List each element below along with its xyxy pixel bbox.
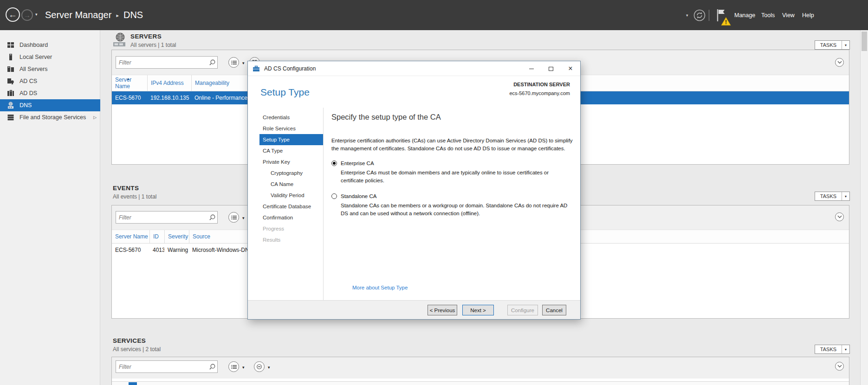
wizard-step-certificate-database[interactable]: Certificate Database <box>259 201 323 212</box>
breadcrumb-root[interactable]: Server Manager <box>45 10 111 20</box>
wizard-step-role-services[interactable]: Role Services <box>259 123 323 134</box>
chevron-down-icon <box>837 215 842 218</box>
menu-tools[interactable]: Tools <box>761 0 775 30</box>
events-filter-input[interactable] <box>116 214 207 221</box>
services-collapse-button[interactable] <box>835 362 844 371</box>
event-severity-cell: Warning <box>164 247 189 253</box>
standalone-ca-radio[interactable] <box>331 193 337 199</box>
nav-history-caret[interactable]: ▾ <box>35 12 38 17</box>
search-icon[interactable] <box>207 59 217 66</box>
criteria-caret-icon[interactable]: ▾ <box>242 216 245 220</box>
maximize-button[interactable] <box>541 61 561 76</box>
notifications-caret[interactable]: ▾ <box>686 0 688 30</box>
events-col-server-name[interactable]: Server Name <box>112 230 149 243</box>
maximize-icon <box>549 67 553 71</box>
caret-down-icon: ▾ <box>842 43 849 47</box>
group-icon <box>257 364 262 369</box>
wizard-step-cryptography[interactable]: Cryptography <box>259 167 323 179</box>
services-table-header-partial <box>112 381 849 385</box>
chevron-down-icon <box>837 61 842 64</box>
events-criteria-button[interactable] <box>228 212 239 223</box>
topbar-separator <box>709 10 709 21</box>
servers-collapse-button[interactable] <box>835 58 844 67</box>
wizard-nav: Credentials Role Services Setup Type CA … <box>259 112 323 245</box>
dashboard-icon <box>7 41 15 49</box>
sidebar-item-label: Local Server <box>19 54 52 60</box>
services-tasks-button[interactable]: TASKS▾ <box>815 345 850 354</box>
wizard-page-heading: Setup Type <box>260 87 310 98</box>
next-button[interactable]: Next > <box>462 305 494 315</box>
dialog-title: AD CS Configuration <box>264 65 316 72</box>
services-group-button[interactable] <box>254 361 265 372</box>
wizard-step-credentials[interactable]: Credentials <box>259 112 323 123</box>
sidebar-item-dashboard[interactable]: Dashboard <box>0 39 100 51</box>
services-panel-title: SERVICES <box>113 337 146 344</box>
servers-filter-input[interactable] <box>116 59 207 66</box>
menu-help[interactable]: Help <box>802 0 814 30</box>
standalone-ca-label: Standalone CA <box>341 193 376 199</box>
services-criteria-button[interactable] <box>228 361 239 372</box>
sidebar-item-file-storage-services[interactable]: File and Storage Services ▷ <box>0 111 100 123</box>
cancel-button[interactable]: Cancel <box>542 305 566 315</box>
servers-tasks-button[interactable]: TASKS▾ <box>815 40 850 50</box>
wizard-content: Specify the setup type of the CA Enterpr… <box>331 113 577 218</box>
search-icon[interactable] <box>207 363 217 370</box>
servers-col-server-name[interactable]: Server Name <box>112 75 147 91</box>
menu-manage[interactable]: Manage <box>734 0 755 30</box>
forward-button[interactable]: → <box>21 9 33 21</box>
close-icon: × <box>568 64 572 73</box>
group-caret-icon[interactable]: ▾ <box>268 365 270 370</box>
events-col-id[interactable]: ID <box>149 230 164 243</box>
services-panel-subtitle: All services | 2 total <box>113 346 161 353</box>
sidebar-item-all-servers[interactable]: All Servers <box>0 63 100 75</box>
menu-view[interactable]: View <box>782 0 795 30</box>
criteria-caret-icon[interactable]: ▾ <box>242 365 245 370</box>
close-button[interactable]: × <box>561 61 580 76</box>
sidebar-item-dns[interactable]: DNS <box>0 99 100 111</box>
expand-arrow-icon[interactable]: ▷ <box>93 115 97 120</box>
servers-col-ipv4[interactable]: IPv4 Address <box>147 75 191 91</box>
servers-criteria-button[interactable] <box>228 57 239 68</box>
events-collapse-button[interactable] <box>835 212 844 221</box>
wizard-step-setup-type[interactable]: Setup Type <box>259 134 323 145</box>
services-sorted-column-marker <box>129 382 137 385</box>
wizard-step-confirmation[interactable]: Confirmation <box>259 212 323 223</box>
refresh-button[interactable] <box>693 0 706 30</box>
sidebar-item-ad-cs[interactable]: AD CS <box>0 75 100 87</box>
local-server-icon <box>7 53 15 61</box>
criteria-caret-icon[interactable]: ▾ <box>242 61 245 65</box>
events-filter <box>116 211 218 224</box>
server-manager-window: ← → ▾ Server Manager ▸ DNS ▾ <box>0 0 868 385</box>
previous-button[interactable]: < Previous <box>428 305 457 315</box>
wizard-step-private-key[interactable]: Private Key <box>259 156 323 167</box>
wizard-step-ca-type[interactable]: CA Type <box>259 145 323 156</box>
more-about-setup-type-link[interactable]: More about Setup Type <box>352 285 408 290</box>
wizard-step-validity-period[interactable]: Validity Period <box>259 190 323 201</box>
dialog-titlebar[interactable]: AD CS Configuration × <box>248 61 580 76</box>
event-id-cell: 4013 <box>149 247 164 253</box>
forward-arrow-icon: → <box>24 11 31 19</box>
back-button[interactable]: ← <box>6 7 20 22</box>
enterprise-ca-radio-row[interactable]: Enterprise CA <box>331 160 577 166</box>
scrollbar-thumb[interactable] <box>862 32 867 51</box>
events-col-severity[interactable]: Severity <box>164 230 189 243</box>
warning-badge[interactable]: ! <box>721 17 731 28</box>
sidebar-item-ad-ds[interactable]: AD DS <box>0 87 100 99</box>
top-bar: ← → ▾ Server Manager ▸ DNS ▾ <box>0 0 868 30</box>
search-icon[interactable] <box>207 214 217 221</box>
events-tasks-button[interactable]: TASKS▾ <box>815 192 850 201</box>
wizard-step-ca-name[interactable]: CA Name <box>259 179 323 190</box>
main-scrollbar[interactable] <box>860 30 868 385</box>
minimize-button[interactable] <box>522 61 541 76</box>
standalone-ca-radio-row[interactable]: Standalone CA <box>331 193 577 199</box>
back-arrow-icon: ← <box>8 10 17 20</box>
services-filter-input[interactable] <box>116 364 207 370</box>
destination-server-value: ecs-5670.mycompany.com <box>509 90 570 96</box>
breadcrumb-current: DNS <box>123 10 143 20</box>
enterprise-ca-radio[interactable] <box>331 160 337 166</box>
servers-panel-title: SERVERS <box>130 33 162 40</box>
list-icon <box>231 60 237 65</box>
ad-ds-icon <box>7 90 15 97</box>
sidebar-item-label: File and Storage Services <box>19 114 86 121</box>
sidebar-item-local-server[interactable]: Local Server <box>0 51 100 63</box>
